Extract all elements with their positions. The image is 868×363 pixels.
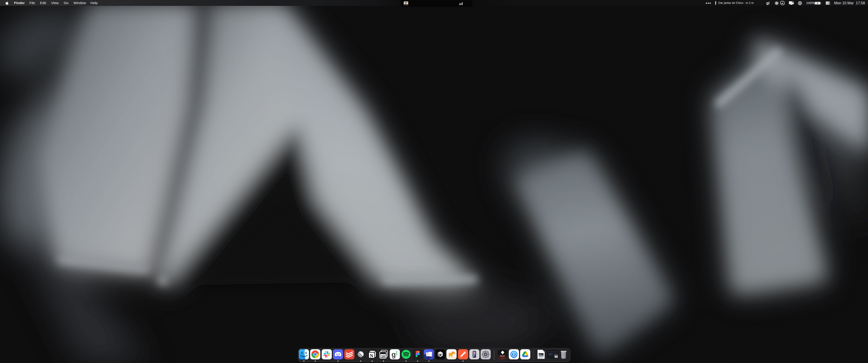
svg-text:11: 11: [555, 356, 557, 358]
svg-text:g: g: [766, 1, 769, 5]
svg-text:raycast: raycast: [500, 355, 505, 357]
svg-text:10: 10: [381, 354, 385, 358]
svg-text:g: g: [392, 351, 396, 359]
svg-text:N: N: [370, 353, 373, 359]
